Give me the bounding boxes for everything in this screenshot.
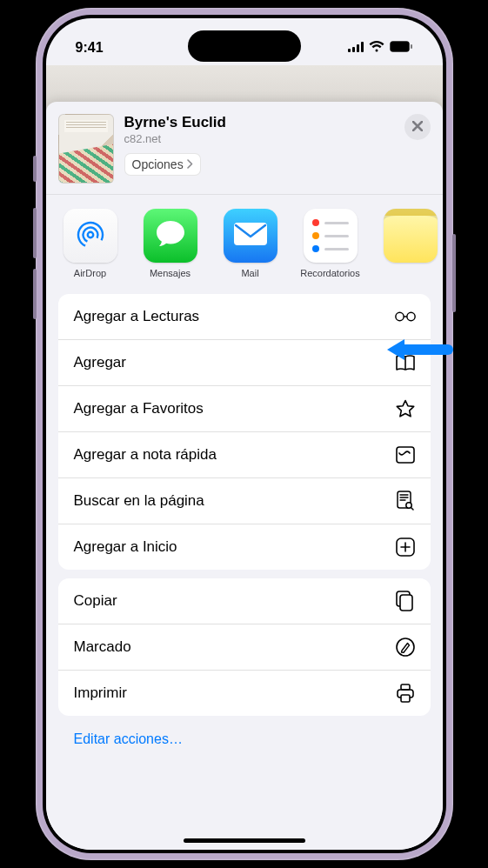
options-button[interactable]: Opciones bbox=[124, 153, 201, 176]
app-label: Mail bbox=[241, 268, 258, 278]
action-add-home[interactable]: Agregar a Inicio bbox=[58, 524, 431, 570]
airdrop-icon bbox=[72, 216, 109, 256]
action-add-favorites[interactable]: Agregar a Favoritos bbox=[58, 386, 431, 432]
action-label: Agregar a Lecturas bbox=[74, 308, 200, 325]
svg-rect-21 bbox=[401, 695, 410, 702]
close-icon bbox=[412, 119, 423, 135]
actions-group-primary: Agregar a Lecturas Agregar bbox=[58, 294, 431, 570]
svg-rect-6 bbox=[411, 44, 412, 49]
reminders-icon bbox=[312, 219, 349, 252]
app-label: Mensajes bbox=[150, 268, 191, 278]
svg-rect-13 bbox=[397, 447, 414, 463]
mail-icon bbox=[231, 220, 270, 251]
battery-icon bbox=[390, 40, 413, 56]
page-domain: c82.net bbox=[124, 132, 394, 145]
close-button[interactable] bbox=[404, 114, 431, 140]
svg-rect-5 bbox=[391, 43, 408, 50]
svg-rect-10 bbox=[234, 223, 267, 245]
share-target-mail[interactable]: Mail bbox=[222, 209, 279, 278]
svg-marker-23 bbox=[387, 339, 404, 360]
share-target-notes[interactable] bbox=[382, 209, 439, 278]
quicknote-icon bbox=[394, 444, 417, 465]
glasses-icon bbox=[394, 306, 417, 327]
svg-point-7 bbox=[87, 232, 92, 237]
svg-point-11 bbox=[395, 312, 403, 320]
action-add-quicknote[interactable]: Agregar a nota rápida bbox=[58, 432, 431, 478]
app-share-row[interactable]: AirDrop Mensajes bbox=[46, 195, 443, 294]
actions-group-secondary: Copiar Marcado Imprimir bbox=[58, 578, 431, 716]
action-label: Copiar bbox=[74, 592, 117, 610]
action-label: Agregar a nota rápida bbox=[74, 446, 217, 464]
home-indicator[interactable] bbox=[184, 838, 305, 843]
status-time: 9:41 bbox=[76, 40, 104, 56]
find-on-page-icon bbox=[394, 491, 417, 511]
share-target-reminders[interactable]: Recordatorios bbox=[302, 209, 359, 278]
svg-rect-2 bbox=[357, 44, 359, 52]
wifi-icon bbox=[369, 40, 384, 56]
action-find-on-page[interactable]: Buscar en la página bbox=[58, 478, 431, 524]
dynamic-island bbox=[188, 30, 301, 62]
action-label: Buscar en la página bbox=[74, 492, 204, 510]
chevron-right-icon bbox=[187, 157, 193, 171]
share-sheet: Byrne's Euclid c82.net Opciones bbox=[46, 102, 443, 850]
app-label: AirDrop bbox=[74, 268, 106, 278]
svg-rect-0 bbox=[348, 49, 351, 52]
copy-icon bbox=[394, 591, 417, 611]
add-home-icon bbox=[394, 537, 417, 558]
share-target-airdrop[interactable]: AirDrop bbox=[62, 209, 119, 278]
action-add-reading-list[interactable]: Agregar a Lecturas bbox=[58, 294, 431, 340]
action-add-bookmark[interactable]: Agregar bbox=[58, 340, 431, 386]
messages-icon bbox=[152, 217, 189, 255]
svg-rect-20 bbox=[401, 684, 410, 690]
options-label: Opciones bbox=[132, 157, 184, 171]
action-copy[interactable]: Copiar bbox=[58, 578, 431, 624]
svg-rect-17 bbox=[400, 595, 412, 611]
edit-actions-link[interactable]: Editar acciones… bbox=[58, 724, 431, 751]
share-target-messages[interactable]: Mensajes bbox=[142, 209, 199, 278]
action-label: Agregar a Favoritos bbox=[74, 400, 204, 417]
action-markup[interactable]: Marcado bbox=[58, 624, 431, 671]
action-label: Agregar bbox=[74, 354, 126, 371]
svg-point-8 bbox=[80, 225, 100, 245]
app-label: Recordatorios bbox=[300, 268, 359, 278]
svg-point-9 bbox=[74, 218, 106, 250]
svg-point-12 bbox=[406, 312, 414, 320]
svg-rect-3 bbox=[361, 42, 364, 52]
star-icon bbox=[394, 398, 417, 419]
action-print[interactable]: Imprimir bbox=[58, 671, 431, 716]
action-label: Marcado bbox=[74, 638, 131, 656]
svg-rect-1 bbox=[352, 47, 355, 52]
action-label: Agregar a Inicio bbox=[74, 538, 177, 556]
markup-icon bbox=[394, 637, 417, 658]
svg-point-18 bbox=[397, 638, 414, 656]
cellular-icon bbox=[348, 40, 364, 56]
callout-arrow bbox=[387, 337, 448, 363]
page-thumbnail bbox=[58, 114, 114, 184]
print-icon bbox=[394, 683, 417, 704]
action-label: Imprimir bbox=[74, 684, 127, 702]
page-title: Byrne's Euclid bbox=[124, 114, 394, 131]
